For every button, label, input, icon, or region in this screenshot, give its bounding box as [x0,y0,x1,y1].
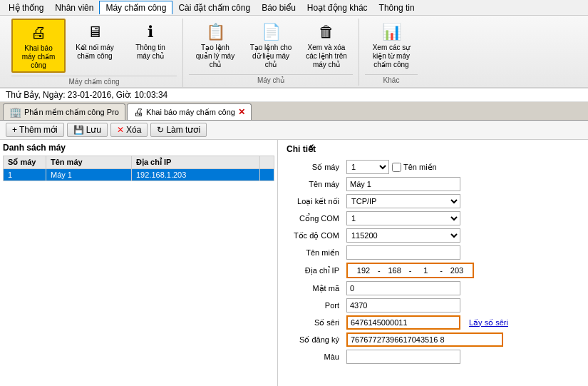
ip-sep-3: - [440,266,443,275]
select-so-may[interactable]: 1 [346,160,389,174]
xoa-icon: ✕ [117,125,124,135]
them-moi-button[interactable]: + Thêm mới [6,123,64,137]
ip-part-2[interactable] [382,266,408,275]
menu-may-cham-cong[interactable]: Máy chấm công [99,1,172,14]
table-row[interactable]: 1 Máy 1 192.168.1.203 [3,169,274,181]
ribbon-btn-xem-su-kien[interactable]: 📊 Xem các sự kiện từ máy chấm công [365,19,418,71]
xoa-label: Xóa [126,125,141,135]
label-dia-chi-ip: Địa chỉ IP [287,266,344,275]
select-toc-do-com[interactable]: 115200 [346,228,460,243]
tao-lenh-du-lieu-label: Tạo lệnh cho dữ liệu máy chủ [249,44,292,69]
xem-xoa-lenh-icon: 🗑 [315,21,338,44]
row-ten-may: Tên máy [287,177,579,191]
tao-lenh-du-lieu-icon: 📄 [259,21,282,44]
header-ten-may: Tên máy [46,156,132,168]
left-panel: Danh sách máy Số máy Tên máy Địa chỉ IP … [0,140,278,386]
lay-so-seri-link[interactable]: Lấy số sêri [469,318,508,327]
ribbon-btn-tao-lenh-quan-ly[interactable]: 📋 Tạo lệnh quản lý máy chủ [189,19,242,71]
checkbox-ten-mien[interactable] [392,163,401,172]
input-so-dang-ky[interactable] [346,332,503,347]
ip-part-4[interactable] [444,266,470,275]
row-mau: Màu [287,350,579,364]
row-loai-ket-noi: Loại kết nối TCP/IP [287,194,579,208]
label-so-may: Số máy [287,163,344,172]
khai-bao-label: Khai báo máy chấm công [17,44,60,70]
ip-sep-1: - [378,266,381,275]
list-header: Số máy Tên máy Địa chỉ IP [3,156,274,169]
row-port: Port [287,298,579,313]
input-mat-ma[interactable] [346,281,460,295]
row-ten-mien-input: Tên miền [287,245,579,260]
ip-input-container: - - - [346,263,474,278]
ribbon-buttons-group2: 📋 Tạo lệnh quản lý máy chủ 📄 Tạo lệnh ch… [189,19,353,71]
ribbon-btn-ket-noi-may[interactable]: 🖥 Kết nối máy chấm công [68,19,121,73]
input-ten-mien[interactable] [346,245,460,260]
tab-phan-mem[interactable]: 🏢 Phần mềm chấm công Pro [3,103,125,120]
menu-cai-dat[interactable]: Cài đặt chấm công [172,1,256,14]
label-ten-mien-input: Tên miền [287,248,344,258]
ribbon: 🖨 Khai báo máy chấm công 🖥 Kết nối máy c… [0,16,588,88]
detail-title: Chi tiết [287,144,579,154]
thong-tin-icon: ℹ [139,21,162,44]
header-so-may: Số máy [4,156,46,168]
ribbon-btn-thong-tin-may-chu[interactable]: ℹ Thông tin máy chủ [124,19,177,73]
toolbar: + Thêm mới 💾 Lưu ✕ Xóa ↻ Làm tươi [0,121,588,140]
lam-tuoi-button[interactable]: ↻ Làm tươi [150,123,207,137]
menu-hoat-dong-khac[interactable]: Hoạt động khác [301,1,373,14]
checkbox-ten-mien-text: Tên miền [403,163,437,172]
ribbon-btn-tao-lenh-du-lieu[interactable]: 📄 Tạo lệnh cho dữ liệu máy chủ [244,19,297,71]
list-title: Danh sách máy [3,143,274,153]
label-port: Port [287,301,344,310]
luu-button[interactable]: 💾 Lưu [67,123,108,137]
label-ten-may: Tên máy [287,180,344,188]
menu-bao-bieu[interactable]: Báo biểu [256,1,301,14]
menu-nhan-vien[interactable]: Nhân viên [49,1,99,14]
input-so-seri[interactable] [346,315,460,330]
row-so-dang-ky: Số đăng ký [287,332,579,347]
tab-bar: 🏢 Phần mềm chấm công Pro 🖨 Khai báo máy … [0,102,588,121]
label-toc-do-com: Tốc độ COM [287,231,344,240]
them-moi-label: Thêm mới [19,125,58,135]
menu-he-thong[interactable]: Hệ thống [3,1,49,14]
row-toc-do-com: Tốc độ COM 115200 [287,228,579,243]
lam-tuoi-icon: ↻ [157,125,164,135]
ip-part-3[interactable] [413,266,438,275]
input-port[interactable] [346,298,460,313]
input-mau[interactable] [346,350,460,364]
ribbon-btn-xem-xoa-lenh[interactable]: 🗑 Xem và xóa các lệnh trên máy chủ [300,19,353,71]
tab-khai-bao-label: Khai báo máy chấm công [146,108,235,117]
tab-khai-bao-close[interactable]: ✕ [238,107,245,117]
khai-bao-icon: 🖨 [27,21,50,44]
thong-tin-label: Thông tin máy chủ [129,44,172,61]
checkbox-ten-mien-label[interactable]: Tên miền [392,163,437,172]
them-moi-icon: + [12,125,17,135]
label-so-seri: Số sêri [287,318,344,327]
label-mau: Màu [287,352,344,361]
ribbon-group-khac: 📊 Xem các sự kiện từ máy chấm công Khác [359,19,423,86]
datetime-text: Thứ Bảy, Ngày: 23-01-2016, Giờ: 10:03:34 [6,90,167,100]
lam-tuoi-label: Làm tươi [166,125,200,135]
tao-lenh-quan-ly-label: Tạo lệnh quản lý máy chủ [194,44,237,69]
xem-su-kien-icon: 📊 [380,21,403,44]
ket-noi-icon: 🖥 [83,21,106,44]
ribbon-buttons-group1: 🖨 Khai báo máy chấm công 🖥 Kết nối máy c… [11,19,177,73]
menu-thong-tin[interactable]: Thông tin [373,1,421,14]
tao-lenh-quan-ly-icon: 📋 [204,21,227,44]
ribbon-group-label-1: Máy chấm công [11,76,177,87]
xoa-button[interactable]: ✕ Xóa [110,123,148,137]
tab-phan-mem-label: Phần mềm chấm công Pro [24,108,119,117]
row-cong-com: Cổng COM 1 [287,211,579,225]
select-cong-com[interactable]: 1 [346,211,460,225]
tab-phan-mem-icon: 🏢 [9,106,21,118]
ribbon-group-label-3: Khác [365,74,418,86]
row-so-seri: Số sêri Lấy số sêri [287,315,579,330]
label-so-dang-ky: Số đăng ký [287,335,344,345]
ip-part-1[interactable] [351,266,376,275]
label-cong-com: Cổng COM [287,214,344,223]
row-so-may: Số máy 1 Tên miền [287,160,579,174]
select-loai-ket-noi[interactable]: TCP/IP [346,194,460,208]
input-ten-may[interactable] [346,177,460,191]
ribbon-btn-khai-bao-may[interactable]: 🖨 Khai báo máy chấm công [11,19,66,73]
tab-khai-bao[interactable]: 🖨 Khai báo máy chấm công ✕ [127,103,252,120]
cell-ip: 192.168.1.203 [132,169,260,181]
